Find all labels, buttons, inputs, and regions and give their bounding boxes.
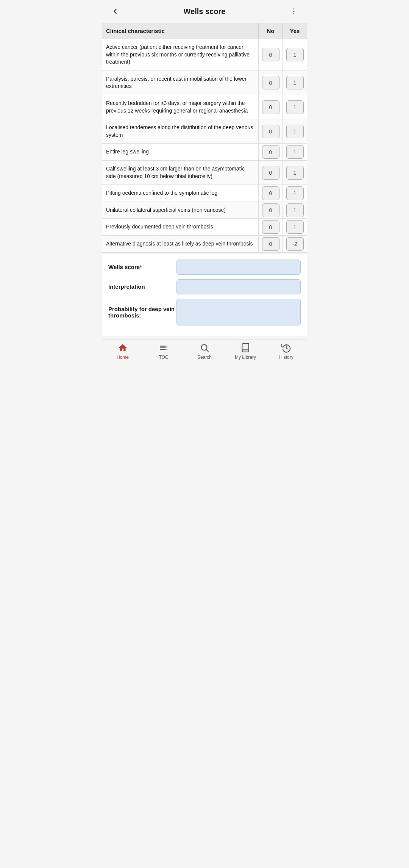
row-yes-collateral_veins[interactable]: 1 — [283, 202, 307, 219]
svg-point-3 — [201, 344, 207, 350]
row-yes-alternative_diagnosis[interactable]: -2 — [283, 236, 307, 252]
row-label-bedridden: Recently bedridden for ≥3 days, or major… — [102, 95, 258, 119]
no-btn-bedridden[interactable]: 0 — [262, 100, 279, 114]
yes-btn-previous_dvt[interactable]: 1 — [286, 220, 304, 234]
top-bar: Wells score — [102, 0, 307, 23]
nav-toc[interactable]: TOC — [143, 343, 184, 360]
row-label-paralysis: Paralysis, paresis, or recent cast immob… — [102, 71, 258, 95]
home-icon — [117, 343, 128, 353]
row-label-pitting_oedema: Pitting oedema confined to the symptomat… — [102, 185, 258, 202]
table-row: Pitting oedema confined to the symptomat… — [102, 185, 307, 202]
interpretation-label: Interpretation — [108, 283, 176, 290]
row-no-tenderness[interactable]: 0 — [258, 119, 283, 143]
table-row: Unilateral collateral superficial veins … — [102, 202, 307, 219]
row-label-entire_leg: Entire leg swelling — [102, 144, 258, 160]
table-row: Alternative diagnosis at least as likely… — [102, 236, 307, 253]
nav-search-label: Search — [197, 355, 212, 360]
row-yes-pitting_oedema[interactable]: 1 — [283, 185, 307, 202]
col-yes-header: Yes — [283, 23, 307, 39]
row-label-collateral_veins: Unilateral collateral superficial veins … — [102, 202, 258, 219]
svg-line-4 — [206, 350, 208, 352]
row-no-active_cancer[interactable]: 0 — [258, 39, 283, 70]
results-section: Wells score* Interpretation Probability … — [102, 253, 307, 336]
yes-btn-paralysis[interactable]: 1 — [286, 76, 304, 89]
nav-toc-label: TOC — [159, 355, 168, 360]
row-no-collateral_veins[interactable]: 0 — [258, 202, 283, 219]
no-btn-calf_swelling[interactable]: 0 — [262, 166, 279, 180]
toc-icon — [158, 343, 169, 353]
row-yes-paralysis[interactable]: 1 — [283, 71, 307, 95]
row-no-calf_swelling[interactable]: 0 — [258, 161, 283, 185]
row-yes-previous_dvt[interactable]: 1 — [283, 219, 307, 235]
row-no-alternative_diagnosis[interactable]: 0 — [258, 236, 283, 252]
row-yes-calf_swelling[interactable]: 1 — [283, 161, 307, 185]
search-icon — [199, 343, 210, 353]
wells-score-label: Wells score* — [108, 264, 176, 270]
row-yes-tenderness[interactable]: 1 — [283, 119, 307, 143]
table-row: Paralysis, paresis, or recent cast immob… — [102, 71, 307, 95]
no-btn-previous_dvt[interactable]: 0 — [262, 220, 279, 234]
table-row: Recently bedridden for ≥3 days, or major… — [102, 95, 307, 119]
history-icon — [281, 343, 292, 353]
yes-btn-active_cancer[interactable]: 1 — [286, 48, 304, 61]
yes-btn-collateral_veins[interactable]: 1 — [286, 203, 304, 217]
row-label-previous_dvt: Previously documented deep vein thrombos… — [102, 219, 258, 235]
no-btn-collateral_veins[interactable]: 0 — [262, 203, 279, 217]
yes-btn-entire_leg[interactable]: 1 — [286, 145, 304, 159]
table-header: Clinical characteristic No Yes — [102, 23, 307, 39]
svg-point-1 — [293, 11, 295, 12]
no-btn-paralysis[interactable]: 0 — [262, 76, 279, 89]
row-yes-active_cancer[interactable]: 1 — [283, 39, 307, 70]
nav-history[interactable]: History — [266, 343, 307, 360]
table-row: Localised tenderness along the distribut… — [102, 119, 307, 144]
bottom-nav: Home TOC Search My Library — [102, 339, 307, 364]
table-row: Entire leg swelling 0 1 — [102, 144, 307, 161]
page-title: Wells score — [184, 7, 226, 16]
svg-point-2 — [293, 13, 295, 14]
row-yes-entire_leg[interactable]: 1 — [283, 144, 307, 160]
no-btn-entire_leg[interactable]: 0 — [262, 145, 279, 159]
more-button[interactable] — [287, 5, 301, 18]
nav-home-label: Home — [117, 355, 129, 360]
interpretation-value — [176, 279, 301, 294]
row-label-calf_swelling: Calf swelling at least 3 cm larger than … — [102, 161, 258, 185]
yes-btn-pitting_oedema[interactable]: 1 — [286, 186, 304, 200]
nav-my-library[interactable]: My Library — [225, 343, 266, 360]
no-btn-tenderness[interactable]: 0 — [262, 125, 279, 138]
svg-point-0 — [293, 8, 295, 9]
wells-score-row: Wells score* — [108, 260, 301, 275]
main-content: Clinical characteristic No Yes Active ca… — [102, 23, 307, 339]
row-no-paralysis[interactable]: 0 — [258, 71, 283, 95]
row-yes-bedridden[interactable]: 1 — [283, 95, 307, 119]
row-no-previous_dvt[interactable]: 0 — [258, 219, 283, 235]
no-btn-alternative_diagnosis[interactable]: 0 — [262, 237, 279, 251]
interpretation-row: Interpretation — [108, 279, 301, 294]
row-label-alternative_diagnosis: Alternative diagnosis at least as likely… — [102, 236, 258, 252]
nav-home[interactable]: Home — [102, 343, 143, 360]
back-button[interactable] — [108, 5, 122, 18]
table-row: Active cancer (patient either receiving … — [102, 39, 307, 71]
col-no-header: No — [258, 23, 283, 39]
yes-btn-calf_swelling[interactable]: 1 — [286, 166, 304, 180]
probability-row: Probability for deep vein thrombosis: — [108, 299, 301, 325]
wells-score-value — [176, 260, 301, 275]
nav-my-library-label: My Library — [235, 355, 256, 360]
yes-btn-bedridden[interactable]: 1 — [286, 100, 304, 114]
nav-history-label: History — [279, 355, 293, 360]
row-label-tenderness: Localised tenderness along the distribut… — [102, 119, 258, 143]
row-label-active_cancer: Active cancer (patient either receiving … — [102, 39, 258, 70]
col-characteristic-header: Clinical characteristic — [102, 23, 258, 39]
table-row: Previously documented deep vein thrombos… — [102, 219, 307, 236]
row-no-bedridden[interactable]: 0 — [258, 95, 283, 119]
row-no-entire_leg[interactable]: 0 — [258, 144, 283, 160]
probability-value — [176, 299, 301, 325]
nav-search[interactable]: Search — [184, 343, 225, 360]
probability-label: Probability for deep vein thrombosis: — [108, 306, 176, 319]
my-library-icon — [240, 343, 251, 353]
yes-btn-tenderness[interactable]: 1 — [286, 125, 304, 138]
no-btn-pitting_oedema[interactable]: 0 — [262, 186, 279, 200]
table-row: Calf swelling at least 3 cm larger than … — [102, 161, 307, 185]
row-no-pitting_oedema[interactable]: 0 — [258, 185, 283, 202]
no-btn-active_cancer[interactable]: 0 — [262, 48, 279, 61]
yes-btn-alternative_diagnosis[interactable]: -2 — [286, 237, 304, 251]
